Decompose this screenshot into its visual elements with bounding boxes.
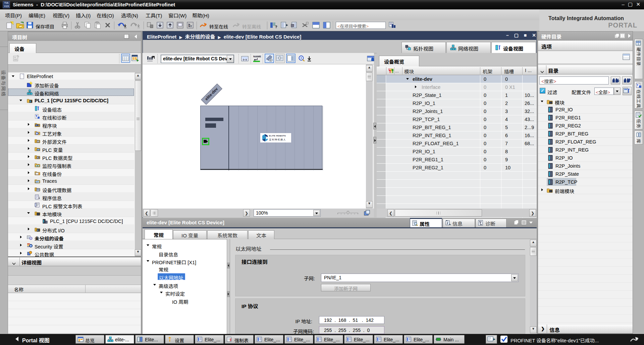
svg-text:01: 01 <box>37 140 39 142</box>
svg-text:?: ? <box>275 25 277 29</box>
svg-text:NAME: NAME <box>253 55 261 58</box>
svg-text:i: i <box>39 196 40 200</box>
svg-text:*: * <box>11 21 13 25</box>
svg-text:F: F <box>230 338 232 342</box>
svg-text:LB: LB <box>37 157 39 159</box>
